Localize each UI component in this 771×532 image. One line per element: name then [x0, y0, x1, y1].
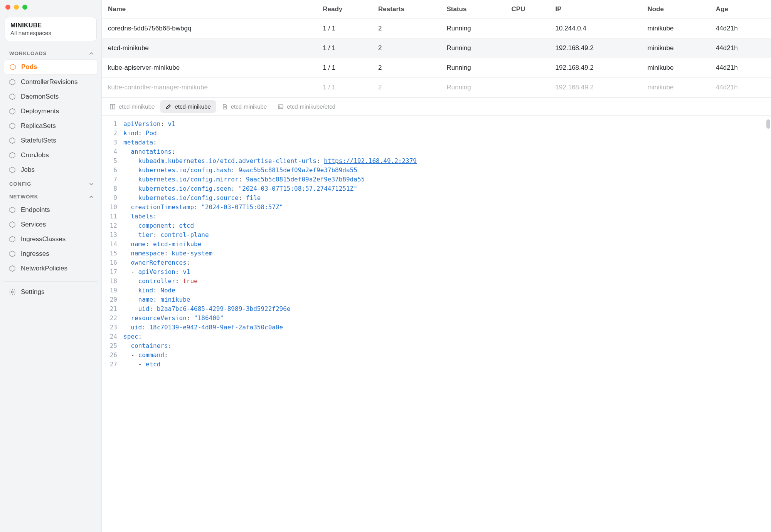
- context-title: MINIKUBE: [10, 22, 91, 29]
- col-node[interactable]: Node: [643, 0, 711, 19]
- sidebar-item-label: CronJobs: [21, 151, 49, 159]
- table-row[interactable]: coredns-5dd5756b68-bwbgq1 / 12Running10.…: [102, 19, 771, 39]
- table-row[interactable]: kube-controller-manager-minikube1 / 12Ru…: [102, 78, 771, 97]
- chevron-up-icon: [89, 195, 94, 199]
- svg-rect-2: [113, 104, 115, 109]
- close-window-icon[interactable]: [5, 5, 10, 10]
- cell-name: kube-controller-manager-minikube: [102, 78, 318, 97]
- sidebar-item-label: StatefulSets: [21, 137, 56, 144]
- cell-status: Running: [442, 19, 507, 39]
- cell-age: 44d21h: [711, 78, 771, 97]
- col-cpu[interactable]: CPU: [507, 0, 551, 19]
- hexagon-icon: [8, 78, 16, 86]
- cell-name: etcd-minikube: [102, 39, 318, 58]
- sidebar-item-cronjobs[interactable]: CronJobs: [4, 148, 98, 163]
- section-label: CONFIG: [9, 181, 31, 187]
- sidebar-item-jobs[interactable]: Jobs: [4, 163, 98, 177]
- cell-cpu: [507, 78, 551, 97]
- cell-node: minikube: [643, 19, 711, 39]
- editor-code[interactable]: apiVersion: v1kind: Podmetadata: annotat…: [123, 116, 417, 532]
- sidebar-item-label: Endpoints: [21, 206, 50, 214]
- sidebar-item-daemonsets[interactable]: DaemonSets: [4, 89, 98, 104]
- editor-gutter: 1234567891011121314151617181920212223242…: [102, 116, 123, 532]
- table-row[interactable]: etcd-minikube1 / 12Running192.168.49.2mi…: [102, 39, 771, 58]
- cell-restarts: 2: [374, 39, 442, 58]
- section-workloads-header[interactable]: WORKLOADS: [4, 47, 98, 59]
- cell-restarts: 2: [374, 78, 442, 97]
- cell-ip: 192.168.49.2: [551, 78, 643, 97]
- columns-icon: [109, 104, 116, 110]
- sidebar: MINIKUBE All namespaces WORKLOADS PodsCo…: [0, 0, 102, 532]
- pods-table-pane: NameReadyRestartsStatusCPUIPNodeAge core…: [102, 0, 771, 98]
- col-ready[interactable]: Ready: [318, 0, 374, 19]
- cell-ready: 1 / 1: [318, 39, 374, 58]
- sidebar-item-ingressclasses[interactable]: IngressClasses: [4, 232, 98, 247]
- context-card[interactable]: MINIKUBE All namespaces: [5, 17, 97, 41]
- sidebar-item-label: Services: [21, 221, 46, 228]
- svg-point-0: [12, 291, 13, 293]
- sidebar-item-networkpolicies[interactable]: NetworkPolicies: [4, 261, 98, 276]
- sidebar-item-deployments[interactable]: Deployments: [4, 104, 98, 119]
- cell-name: coredns-5dd5756b68-bwbgq: [102, 19, 318, 39]
- cell-ip: 10.244.0.4: [551, 19, 643, 39]
- sidebar-item-label: ControllerRevisions: [21, 78, 77, 86]
- minimize-window-icon[interactable]: [14, 5, 19, 10]
- col-status[interactable]: Status: [442, 0, 507, 19]
- cell-age: 44d21h: [711, 58, 771, 78]
- sidebar-item-services[interactable]: Services: [4, 217, 98, 232]
- tab-label: etcd-minikube: [175, 103, 210, 110]
- sidebar-item-replicasets[interactable]: ReplicaSets: [4, 119, 98, 133]
- cell-age: 44d21h: [711, 19, 771, 39]
- hexagon-icon: [8, 206, 16, 214]
- hexagon-icon: [8, 107, 16, 115]
- window-traffic-lights: [0, 0, 101, 14]
- sidebar-item-controllerrevisions[interactable]: ControllerRevisions: [4, 75, 98, 89]
- tab-label: etcd-minikube: [231, 103, 267, 110]
- sidebar-item-settings[interactable]: Settings: [4, 285, 98, 299]
- scrollbar-thumb[interactable]: [766, 119, 770, 129]
- cell-status: Running: [442, 58, 507, 78]
- sidebar-item-label: Settings: [21, 288, 44, 296]
- col-age[interactable]: Age: [711, 0, 771, 19]
- tab-label: etcd-minikube: [119, 103, 155, 110]
- hexagon-icon: [8, 137, 16, 144]
- table-row[interactable]: kube-apiserver-minikube1 / 12Running192.…: [102, 58, 771, 78]
- sidebar-item-label: Pods: [21, 63, 37, 71]
- sidebar-item-label: IngressClasses: [21, 235, 66, 243]
- col-name[interactable]: Name: [102, 0, 318, 19]
- detail-tab[interactable]: etcd-minikube: [104, 100, 160, 113]
- sidebar-item-endpoints[interactable]: Endpoints: [4, 203, 98, 217]
- sidebar-item-label: Ingresses: [21, 250, 49, 258]
- main-content: NameReadyRestartsStatusCPUIPNodeAge core…: [102, 0, 771, 532]
- cell-status: Running: [442, 78, 507, 97]
- sidebar-item-label: Deployments: [21, 107, 59, 115]
- hexagon-icon: [8, 122, 16, 130]
- section-network-header[interactable]: NETWORK: [4, 190, 98, 203]
- cell-cpu: [507, 58, 551, 78]
- zoom-window-icon[interactable]: [22, 5, 27, 10]
- hexagon-icon: [8, 93, 16, 101]
- cell-ready: 1 / 1: [318, 58, 374, 78]
- detail-tab-strip: etcd-minikubeetcd-minikubeetcd-minikubee…: [102, 98, 771, 116]
- sidebar-item-ingresses[interactable]: Ingresses: [4, 247, 98, 261]
- detail-tab[interactable]: etcd-minikube: [216, 100, 272, 113]
- cell-cpu: [507, 19, 551, 39]
- hexagon-icon: [8, 221, 16, 228]
- cell-ip: 192.168.49.2: [551, 39, 643, 58]
- hexagon-icon: [8, 235, 16, 243]
- col-ip[interactable]: IP: [551, 0, 643, 19]
- col-restarts[interactable]: Restarts: [374, 0, 442, 19]
- section-label: WORKLOADS: [9, 50, 47, 56]
- context-subtitle: All namespaces: [10, 30, 91, 36]
- cell-restarts: 2: [374, 58, 442, 78]
- section-config-header[interactable]: CONFIG: [4, 177, 98, 190]
- sidebar-item-pods[interactable]: Pods: [4, 59, 98, 75]
- pencil-icon: [165, 104, 172, 110]
- yaml-editor[interactable]: 1234567891011121314151617181920212223242…: [102, 116, 771, 532]
- detail-tab[interactable]: etcd-minikube/etcd: [272, 100, 341, 113]
- section-label: NETWORK: [9, 194, 38, 200]
- cell-ready: 1 / 1: [318, 78, 374, 97]
- hexagon-icon: [8, 265, 16, 272]
- sidebar-item-statefulsets[interactable]: StatefulSets: [4, 133, 98, 148]
- detail-tab[interactable]: etcd-minikube: [160, 100, 216, 113]
